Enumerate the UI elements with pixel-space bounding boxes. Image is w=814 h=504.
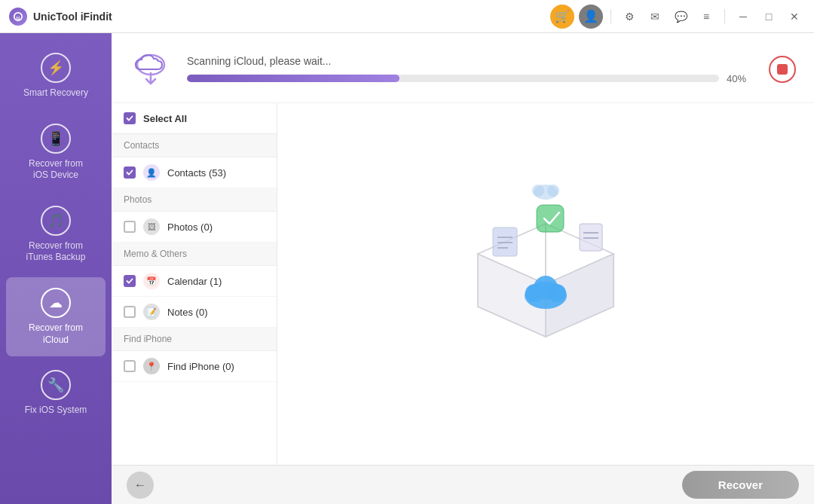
notes-checkbox[interactable] (124, 306, 136, 318)
bottom-bar: ← Recover (112, 465, 814, 504)
contacts-label: Contacts (53) (167, 167, 226, 179)
back-icon: ← (134, 478, 146, 492)
find-iphone-checkbox[interactable] (124, 360, 136, 372)
content-body: Select All Contacts 👤 Contacts (53) Phot… (112, 103, 814, 465)
scan-title: Scanning iCloud, please wait... (187, 55, 754, 67)
find-iphone-label: Find iPhone (0) (167, 361, 234, 372)
sidebar-label-recover-icloud: Recover fromiCloud (29, 322, 83, 346)
titlebar-actions: 🛒 👤 ⚙ ✉ 💬 ≡ ─ □ ✕ (550, 5, 805, 29)
photos-label: Photos (0) (167, 221, 213, 233)
calendar-icon: 📅 (143, 273, 160, 289)
recover-icloud-icon: ☁ (41, 288, 71, 318)
sidebar-label-fix-ios: Fix iOS System (25, 405, 87, 417)
progress-percentage: 40% (727, 73, 754, 84)
tree-item-notes[interactable]: 📝 Notes (0) (112, 297, 277, 328)
recover-button[interactable]: Recover (682, 471, 799, 499)
chat-button[interactable]: 💬 (670, 6, 691, 27)
calendar-label: Calendar (1) (167, 276, 222, 287)
file-tree-panel: Select All Contacts 👤 Contacts (53) Phot… (112, 103, 277, 465)
sidebar-item-recover-ios[interactable]: 📱 Recover fromiOS Device (6, 113, 106, 192)
svg-point-24 (547, 185, 559, 197)
tree-item-calendar[interactable]: 📅 Calendar (1) (112, 266, 277, 297)
titlebar-divider2 (724, 9, 725, 24)
progress-bar-background (187, 75, 719, 82)
titlebar-divider (610, 9, 611, 24)
cloud-download-icon (130, 48, 172, 90)
main-layout: ⚡ Smart Recovery 📱 Recover fromiOS Devic… (0, 33, 814, 504)
photos-icon: 🖼 (143, 218, 160, 235)
select-all-checkbox[interactable] (124, 112, 136, 124)
sidebar-item-fix-ios[interactable]: 🔧 Fix iOS System (6, 359, 106, 427)
sidebar-label-recover-itunes: Recover fromiTunes Backup (26, 240, 86, 264)
app-logo: u (9, 8, 27, 26)
sidebar-label-recover-ios: Recover fromiOS Device (29, 158, 83, 182)
stop-icon (777, 64, 788, 75)
category-find-iphone: Find iPhone (112, 328, 277, 351)
category-contacts: Contacts (112, 134, 277, 157)
back-button[interactable]: ← (127, 472, 154, 499)
svg-rect-3 (145, 71, 157, 72)
titlebar: u UnicTool iFindit 🛒 👤 ⚙ ✉ 💬 ≡ ─ □ ✕ (0, 0, 814, 33)
tree-item-photos[interactable]: 🖼 Photos (0) (112, 212, 277, 243)
category-photos: Photos (112, 188, 277, 212)
right-panel (277, 103, 814, 465)
contacts-icon: 👤 (143, 164, 160, 181)
recover-label: Recover (718, 478, 763, 491)
sidebar-label-smart-recovery: Smart Recovery (23, 87, 88, 99)
sidebar-item-recover-itunes[interactable]: 🎵 Recover fromiTunes Backup (6, 195, 106, 274)
app-title: UnicTool iFindit (33, 11, 550, 23)
gear-button[interactable]: ⚙ (619, 6, 640, 27)
sidebar: ⚡ Smart Recovery 📱 Recover fromiOS Devic… (0, 33, 112, 504)
calendar-checkbox[interactable] (124, 275, 136, 287)
photos-checkbox[interactable] (124, 221, 136, 233)
box-svg (433, 171, 659, 397)
notes-icon: 📝 (143, 304, 160, 320)
svg-rect-19 (580, 224, 602, 251)
fix-ios-icon: 🔧 (41, 370, 71, 400)
svg-point-13 (534, 276, 558, 300)
progress-bar-wrap: 40% (187, 73, 754, 84)
scan-header: Scanning iCloud, please wait... 40% (112, 33, 814, 103)
contacts-checkbox[interactable] (124, 166, 136, 179)
svg-rect-14 (493, 228, 517, 256)
select-all-label: Select All (143, 113, 187, 124)
content-area: Scanning iCloud, please wait... 40% (112, 33, 814, 504)
progress-bar-fill (187, 75, 399, 82)
select-all-row[interactable]: Select All (112, 103, 277, 134)
category-memo: Memo & Others (112, 243, 277, 266)
stop-scan-button[interactable] (769, 56, 796, 83)
svg-point-23 (532, 185, 544, 197)
cloud-icon-wrap (130, 48, 172, 90)
mail-button[interactable]: ✉ (644, 6, 666, 27)
maximize-button[interactable]: □ (758, 6, 779, 27)
svg-rect-18 (537, 205, 564, 232)
minimize-button[interactable]: ─ (733, 6, 754, 27)
find-iphone-icon: 📍 (143, 358, 160, 374)
smart-recovery-icon: ⚡ (41, 53, 71, 83)
recover-ios-icon: 📱 (41, 124, 71, 154)
notes-label: Notes (0) (167, 307, 207, 318)
tree-item-contacts[interactable]: 👤 Contacts (53) (112, 157, 277, 188)
box-illustration (433, 171, 659, 397)
sidebar-item-smart-recovery[interactable]: ⚡ Smart Recovery (6, 42, 106, 110)
recover-itunes-icon: 🎵 (41, 206, 71, 236)
svg-point-2 (137, 55, 164, 75)
close-button[interactable]: ✕ (784, 6, 805, 27)
sidebar-item-recover-icloud[interactable]: ☁ Recover fromiCloud (6, 277, 106, 356)
svg-text:u: u (17, 14, 20, 20)
cart-button[interactable]: 🛒 (550, 5, 574, 29)
profile-button[interactable]: 👤 (579, 5, 603, 29)
tree-item-find-iphone[interactable]: 📍 Find iPhone (0) (112, 351, 277, 382)
scan-info: Scanning iCloud, please wait... 40% (187, 55, 754, 84)
menu-button[interactable]: ≡ (696, 6, 717, 27)
